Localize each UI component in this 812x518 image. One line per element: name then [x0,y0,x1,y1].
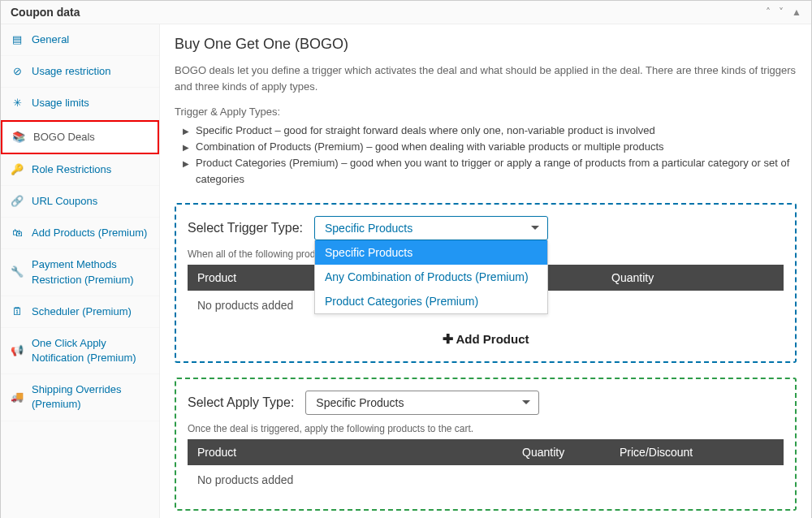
sidebar: ▤General ⊘Usage restriction ✳Usage limit… [1,24,160,518]
truck-icon: 🚚 [11,390,24,404]
plus-icon: ✚ [443,332,453,346]
apply-hint: Once the deal is triggered, apply the fo… [188,423,784,434]
sparkle-icon: ✳ [11,96,24,110]
col-quantity: Quantity [522,446,620,459]
sidebar-item-label: One Click Apply Notification (Premium) [32,336,149,365]
sidebar-item-usage-limits[interactable]: ✳Usage limits [1,88,159,119]
sidebar-item-label: Add Products (Premium) [32,226,147,240]
sidebar-item-one-click-apply[interactable]: 📢One Click Apply Notification (Premium) [1,328,159,374]
ban-icon: ⊘ [11,64,24,79]
trigger-option-combination[interactable]: Any Combination of Products (Premium) [315,265,547,289]
type-item: Specific Product – good for straight for… [196,123,655,139]
type-item: Product Categories (Premium) – good when… [196,155,797,188]
link-icon: 🔗 [11,194,24,209]
types-heading: Trigger & Apply Types: [175,106,797,118]
col-quantity: Quantity [611,271,774,284]
sidebar-item-label: Shipping Overrides (Premium) [32,382,149,412]
col-price: Price/Discount [620,446,774,459]
sidebar-item-label: Role Restrictions [32,162,111,177]
trigger-option-categories[interactable]: Product Categories (Premium) [315,289,547,313]
apply-type-label: Select Apply Type: [188,395,294,410]
col-product: Product [197,446,522,459]
apply-empty-row: No products added [188,465,784,494]
sidebar-item-label: BOGO Deals [33,130,95,145]
trigger-option-specific-products[interactable]: Specific Products [315,240,547,265]
page-description: BOGO deals let you define a trigger whic… [175,63,797,94]
page-title: Buy One Get One (BOGO) [175,36,797,53]
sidebar-item-scheduler[interactable]: 🗓Scheduler (Premium) [1,296,159,328]
apply-section: Select Apply Type: Specific Products Onc… [175,378,797,511]
sidebar-item-label: Payment Methods Restriction (Premium) [32,257,149,287]
panel-title: Coupon data [11,6,80,19]
collapse-icon[interactable]: ˄ [766,6,771,18]
sidebar-item-url-coupons[interactable]: 🔗URL Coupons [1,186,159,218]
calendar-icon: 🗓 [11,304,24,319]
sidebar-item-label: Usage restriction [32,64,111,79]
main-content: Buy One Get One (BOGO) BOGO deals let yo… [160,24,811,518]
type-item: Combination of Products (Premium) – good… [196,139,664,155]
panel-header: Coupon data ˄ ˅ ▲ [1,1,811,24]
sidebar-item-label: Usage limits [32,96,89,110]
close-panel-icon[interactable]: ▲ [792,6,801,18]
deals-icon: 📚 [12,130,25,145]
apply-table-header: Product Quantity Price/Discount [188,439,784,465]
trigger-type-select[interactable]: Specific Products [314,216,548,240]
sidebar-item-usage-restriction[interactable]: ⊘Usage restriction [1,56,159,88]
megaphone-icon: 📢 [11,343,24,358]
sidebar-item-label: Scheduler (Premium) [32,304,132,319]
trigger-type-dropdown: Specific Products Any Combination of Pro… [314,240,548,314]
sidebar-item-general[interactable]: ▤General [1,24,159,56]
sidebar-item-shipping-overrides[interactable]: 🚚Shipping Overrides (Premium) [1,374,159,421]
sidebar-item-payment-methods[interactable]: 🔧Payment Methods Restriction (Premium) [1,249,159,296]
sidebar-item-bogo-deals[interactable]: 📚BOGO Deals [1,120,159,154]
sidebar-item-label: URL Coupons [32,194,97,209]
trigger-type-label: Select Trigger Type: [188,221,303,235]
bag-icon: 🛍 [11,226,24,240]
expand-icon[interactable]: ˅ [779,6,784,18]
coupon-icon: ▤ [11,32,24,47]
trigger-section: Select Trigger Type: Specific Products S… [175,203,797,363]
key-icon: 🔑 [11,162,24,177]
sidebar-item-label: General [32,32,69,47]
add-product-label: Add Product [456,332,529,346]
types-list: Specific Product – good for straight for… [175,123,797,188]
add-product-button[interactable]: ✚Add Product [188,320,784,347]
sidebar-item-role-restrictions[interactable]: 🔑Role Restrictions [1,154,159,186]
sidebar-item-add-products[interactable]: 🛍Add Products (Premium) [1,218,159,249]
wrench-icon: 🔧 [11,265,24,279]
apply-type-select[interactable]: Specific Products [305,391,539,415]
